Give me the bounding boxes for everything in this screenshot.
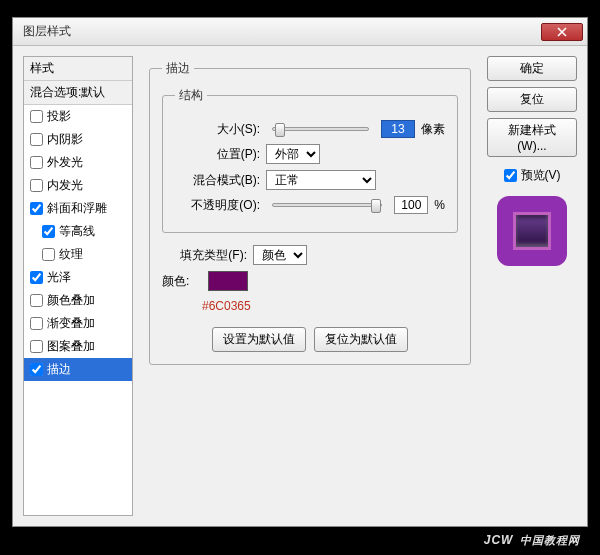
preview-checkbox[interactable] — [504, 169, 517, 182]
style-item-5[interactable]: 等高线 — [24, 220, 132, 243]
style-checkbox[interactable] — [30, 340, 43, 353]
style-item-1[interactable]: 内阴影 — [24, 128, 132, 151]
style-item-label: 图案叠加 — [47, 338, 95, 355]
preview-label: 预览(V) — [521, 167, 561, 184]
style-item-label: 颜色叠加 — [47, 292, 95, 309]
style-checkbox[interactable] — [30, 294, 43, 307]
watermark: JCW 中国教程网 — [484, 526, 580, 549]
color-swatch[interactable] — [208, 271, 248, 291]
style-item-label: 内阴影 — [47, 131, 83, 148]
position-select[interactable]: 外部 — [266, 144, 320, 164]
style-item-9[interactable]: 渐变叠加 — [24, 312, 132, 335]
size-unit: 像素 — [421, 121, 445, 138]
close-icon — [557, 27, 567, 37]
style-checkbox[interactable] — [30, 179, 43, 192]
right-panel: 确定 复位 新建样式(W)... 预览(V) — [487, 56, 577, 516]
blend-mode-label: 混合模式(B): — [175, 172, 260, 189]
layer-style-dialog: 图层样式 样式 混合选项:默认 投影内阴影外发光内发光斜面和浮雕等高线纹理光泽颜… — [12, 17, 588, 527]
styles-list: 样式 混合选项:默认 投影内阴影外发光内发光斜面和浮雕等高线纹理光泽颜色叠加渐变… — [23, 56, 133, 516]
style-item-11[interactable]: 描边 — [24, 358, 132, 381]
ok-button[interactable]: 确定 — [487, 56, 577, 81]
stroke-fieldset: 描边 结构 大小(S): 像素 位置(P): 外部 混合模式(B): — [149, 60, 471, 365]
style-item-label: 纹理 — [59, 246, 83, 263]
blend-mode-select[interactable]: 正常 — [266, 170, 376, 190]
preview-thumbnail — [497, 196, 567, 266]
style-item-3[interactable]: 内发光 — [24, 174, 132, 197]
style-checkbox[interactable] — [42, 248, 55, 261]
new-style-button[interactable]: 新建样式(W)... — [487, 118, 577, 157]
style-item-label: 斜面和浮雕 — [47, 200, 107, 217]
opacity-input[interactable] — [394, 196, 428, 214]
style-item-label: 等高线 — [59, 223, 95, 240]
position-label: 位置(P): — [175, 146, 260, 163]
style-item-10[interactable]: 图案叠加 — [24, 335, 132, 358]
set-default-button[interactable]: 设置为默认值 — [212, 327, 306, 352]
style-checkbox[interactable] — [30, 202, 43, 215]
structure-title: 结构 — [175, 87, 207, 104]
style-item-label: 渐变叠加 — [47, 315, 95, 332]
style-item-7[interactable]: 光泽 — [24, 266, 132, 289]
style-item-8[interactable]: 颜色叠加 — [24, 289, 132, 312]
dialog-content: 样式 混合选项:默认 投影内阴影外发光内发光斜面和浮雕等高线纹理光泽颜色叠加渐变… — [13, 46, 587, 526]
style-checkbox[interactable] — [30, 110, 43, 123]
style-item-2[interactable]: 外发光 — [24, 151, 132, 174]
style-item-label: 外发光 — [47, 154, 83, 171]
preview-checkbox-row[interactable]: 预览(V) — [504, 167, 561, 184]
color-hex-note: #6C0365 — [202, 299, 458, 313]
size-label: 大小(S): — [175, 121, 260, 138]
reset-button[interactable]: 复位 — [487, 87, 577, 112]
dialog-title: 图层样式 — [17, 23, 541, 40]
titlebar[interactable]: 图层样式 — [13, 18, 587, 46]
blend-options-header[interactable]: 混合选项:默认 — [24, 81, 132, 105]
fill-type-select[interactable]: 颜色 — [253, 245, 307, 265]
style-item-label: 内发光 — [47, 177, 83, 194]
style-checkbox[interactable] — [30, 156, 43, 169]
style-checkbox[interactable] — [30, 363, 43, 376]
size-input[interactable] — [381, 120, 415, 138]
style-checkbox[interactable] — [30, 133, 43, 146]
style-checkbox[interactable] — [42, 225, 55, 238]
size-slider[interactable] — [272, 127, 369, 131]
style-checkbox[interactable] — [30, 271, 43, 284]
stroke-panel-title: 描边 — [162, 60, 194, 77]
preview-inner-icon — [513, 212, 551, 250]
opacity-label: 不透明度(O): — [175, 197, 260, 214]
style-item-4[interactable]: 斜面和浮雕 — [24, 197, 132, 220]
fill-type-label: 填充类型(F): — [162, 247, 247, 264]
color-label: 颜色: — [162, 273, 202, 290]
reset-default-button[interactable]: 复位为默认值 — [314, 327, 408, 352]
style-item-0[interactable]: 投影 — [24, 105, 132, 128]
style-item-label: 描边 — [47, 361, 71, 378]
style-item-label: 投影 — [47, 108, 71, 125]
opacity-unit: % — [434, 198, 445, 212]
style-checkbox[interactable] — [30, 317, 43, 330]
style-item-label: 光泽 — [47, 269, 71, 286]
structure-fieldset: 结构 大小(S): 像素 位置(P): 外部 混合模式(B): 正常 — [162, 87, 458, 233]
close-button[interactable] — [541, 23, 583, 41]
styles-header[interactable]: 样式 — [24, 57, 132, 81]
stroke-settings: 描边 结构 大小(S): 像素 位置(P): 外部 混合模式(B): — [141, 56, 479, 516]
style-item-6[interactable]: 纹理 — [24, 243, 132, 266]
opacity-slider[interactable] — [272, 203, 382, 207]
